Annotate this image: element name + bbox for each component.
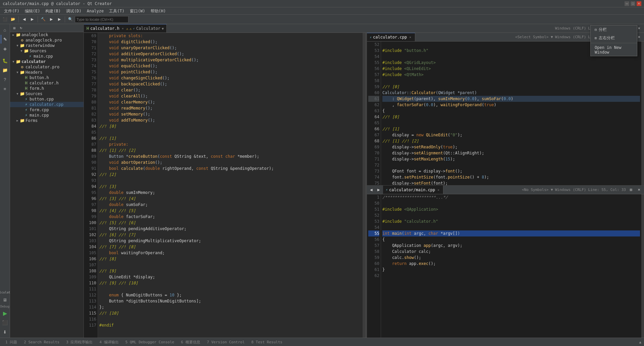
status-tab-qml[interactable]: 5 QML Debugger Console [123, 338, 177, 346]
menu-window[interactable]: 窗口(W) [127, 7, 148, 15]
edit-icon-btn[interactable]: ✎ [1, 35, 9, 44]
rb-line-54 [382, 224, 640, 230]
tree-raster-main[interactable]: ⚡ main.cpp [10, 54, 84, 59]
tree-sources-2[interactable]: ▼ 📁 Sources [10, 91, 84, 96]
menu-help[interactable]: 帮助(H) [148, 7, 169, 15]
label-forms: Forms [25, 118, 38, 123]
expand-status-icon[interactable]: ▲ [639, 340, 641, 344]
status-tab-tests[interactable]: 8 Test Results [249, 338, 285, 346]
folder-icon-analogclock: 📁 [15, 32, 21, 37]
tree-calculator[interactable]: ▼ 📁 calculator [10, 59, 84, 64]
rt-line-67: display = new QLineEdit("0"); [382, 132, 640, 138]
menu-file[interactable]: 文件(F) [1, 7, 22, 15]
tree-calculator-pro[interactable]: ⚙ calculator.pro [10, 64, 84, 70]
tab-close-main-cpp[interactable]: ✕ [436, 188, 440, 192]
folder-icon-sources2: 📁 [19, 91, 25, 96]
minimize-button[interactable]: ─ [625, 1, 629, 6]
no-symbols-dropdown[interactable]: <No Symbols> ▼ [522, 188, 553, 192]
code-line-106: //! [8] [99, 256, 361, 262]
tab-close-calculator-h[interactable]: ✕ [121, 26, 125, 30]
tab-h-icon: H [87, 26, 89, 31]
tree-button-cpp[interactable]: ⚡ button.cpp [10, 96, 84, 102]
label-headers: Headers [25, 70, 43, 75]
nav-back-bottom[interactable]: ◀ [368, 187, 374, 193]
help-icon-btn[interactable]: ? [1, 75, 9, 84]
tree-form-cpp[interactable]: ⚡ form.cpp [10, 107, 84, 113]
tree-button-h[interactable]: H button.h [10, 75, 84, 80]
project-icon-btn[interactable]: 📁 [1, 66, 9, 74]
toolbar-open[interactable]: 📂 [9, 16, 17, 23]
label-sources2: Sources [25, 91, 43, 96]
menu-analyze[interactable]: Analyze [84, 7, 107, 15]
welcome-icon-btn[interactable]: ⌂ [1, 25, 9, 34]
close-button[interactable]: ✕ [637, 1, 641, 6]
toolbar-forward[interactable]: ▶ [29, 16, 36, 23]
rt-line-61: : QWidget(parent), sumInMemory(0.0), sum… [382, 96, 640, 102]
folder-icon-sources1: 📁 [23, 49, 29, 53]
ctx-split-lr[interactable]: ⊞ 左右分栏 [591, 34, 637, 42]
left-code-content[interactable]: private slots: void digitClicked(); void… [98, 33, 363, 338]
left-scrollbar[interactable] [363, 33, 365, 338]
tree-sync-btn[interactable]: ↻ [18, 25, 24, 31]
rt-line-75: display->setFont(font); [382, 180, 640, 185]
select-symbol-dropdown[interactable]: <Select Symbol> ▼ [515, 35, 553, 39]
close-pane-right-bottom[interactable]: ✕ [636, 187, 642, 193]
design-icon-btn[interactable]: ◈ [1, 44, 9, 53]
split-btn-right-bottom[interactable]: ⊞ [628, 187, 634, 193]
tab-calculator-h[interactable]: H calculator.h ✕ ⚠ ⚠ ⚡ Calculator ▼ [84, 24, 167, 33]
tab-main-cpp[interactable]: ⚡ calculator/main.cpp ✕ [383, 186, 443, 194]
toolbar-build[interactable]: 🔨 [40, 16, 47, 23]
locate-input[interactable] [75, 16, 128, 23]
ctx-open-new[interactable]: Open in New Window [591, 44, 637, 56]
menu-edit[interactable]: 编辑(E) [22, 7, 43, 15]
tree-headers[interactable]: ▼ 📁 Headers [10, 70, 84, 75]
toolbar-locate[interactable]: 🔍 [67, 16, 74, 23]
status-tab-problems[interactable]: 1 问题 [3, 338, 20, 346]
code-line-112: enum { NumDigitButtons = 10 }; [99, 292, 361, 298]
status-tab-general[interactable]: 6 概要信息 [178, 338, 203, 346]
toolbar-debug-run[interactable]: ▶ [56, 16, 63, 23]
tree-calculator-h[interactable]: H calculator.h [10, 80, 84, 86]
status-tab-search[interactable]: 2 Search Results [21, 338, 62, 346]
toolbar-new[interactable]: ⬛ [1, 16, 9, 23]
right-top-code-content[interactable]: #include "button.h" #include <QGridLayou… [381, 42, 641, 185]
right-bottom-line-numbers: 150515253 54 55 5657585960 6162 [367, 194, 381, 338]
status-tab-compile[interactable]: 4 编译输出 [97, 338, 121, 346]
step-btn[interactable]: ⬇ [1, 328, 9, 336]
tree-analogclock[interactable]: ▶ 📁 analogclock [10, 32, 84, 38]
tree-main-cpp[interactable]: ⚡ main.cpp [10, 113, 84, 118]
debug-icon-btn[interactable]: 🐛 [1, 56, 9, 65]
tree-rasterwindow[interactable]: ▼ 📁 rasterwindow [10, 43, 84, 48]
tab-dropdown[interactable]: ▼ [162, 27, 164, 30]
right-bottom-code-content[interactable]: /*********************...*/ #include <QA… [381, 194, 641, 338]
toolbar-run[interactable]: ▶ [48, 16, 55, 23]
code-line-105: bool waitingForOperand; [99, 250, 361, 256]
tree-forms[interactable]: ▶ 📁 Forms [10, 118, 84, 123]
device-icon-btn[interactable]: 🖥 [1, 295, 9, 304]
rt-line-59: //! [0] [382, 84, 640, 90]
status-tab-appout[interactable]: 3 应用程序输出 [63, 338, 95, 346]
tree-analogclock-pro[interactable]: ⚙ analogclock.pro [10, 38, 84, 43]
tab-close-calculator-cpp[interactable]: ✕ [408, 35, 412, 39]
maximize-button[interactable]: □ [631, 1, 635, 6]
run-btn[interactable]: ▶ [1, 309, 9, 318]
tree-filter-btn[interactable]: ⊞ [11, 25, 17, 31]
code-line-73: void multiplicativeOperatorClicked(); [99, 57, 361, 63]
right-top-scrollbar[interactable] [641, 42, 644, 185]
right-bottom-scrollbar[interactable] [641, 194, 644, 338]
stop-btn[interactable]: ⬛ [1, 318, 9, 327]
tree-calculator-cpp[interactable]: ⚡ calculator.cpp [10, 102, 84, 107]
tree-sources-1[interactable]: ▼ 📁 Sources [10, 48, 84, 54]
nav-fwd-bottom[interactable]: ▶ [376, 187, 382, 193]
menu-tools[interactable]: 工具(T) [106, 7, 127, 15]
cpp-icon-raster-main: ⚡ [28, 54, 33, 59]
code-line-108: //! [9] [99, 268, 361, 274]
tree-form-h[interactable]: H form.h [10, 86, 84, 91]
tab-calculator-cpp[interactable]: ⚡ calculator.cpp ✕ [367, 33, 415, 42]
menu-debug[interactable]: 调试(D) [63, 7, 84, 15]
menu-build[interactable]: 构建(B) [43, 7, 63, 15]
toolbar-back[interactable]: ◀ [20, 16, 28, 23]
status-tab-vcs[interactable]: 7 Version Control [204, 338, 248, 346]
notes-icon-btn[interactable]: ≡ [1, 84, 9, 93]
code-line-75: void pointClicked(); [99, 69, 361, 75]
